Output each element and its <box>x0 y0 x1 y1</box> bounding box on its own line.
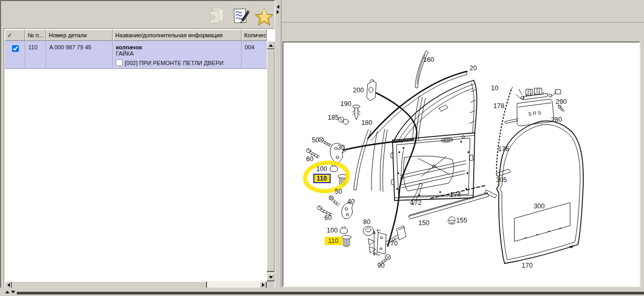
part-callout-178[interactable]: 178 <box>494 102 505 110</box>
favorites-button[interactable] <box>254 7 274 28</box>
part-callout-290[interactable]: 290 <box>556 98 567 105</box>
edit-notes-button[interactable] <box>232 7 250 27</box>
part-110-cap-lower <box>342 236 351 247</box>
splitter-collapse-left-icon[interactable] <box>277 5 279 9</box>
column-header-part-number[interactable]: Номер детали <box>46 29 113 41</box>
part-callout-155[interactable]: 155 <box>456 217 467 224</box>
part-callout-170[interactable]: 170 <box>522 262 533 269</box>
edit-notes-icon <box>232 7 250 25</box>
part-note: [002] ПРИ РЕМОНТЕ ПЕТЛИ ДВЕРИ <box>125 60 223 66</box>
panel-splitter[interactable] <box>275 0 281 288</box>
table-row[interactable]: 110 A 000 987 79 45 колпачок ГАЙКА [002]… <box>5 41 267 69</box>
vscroll-up-button[interactable] <box>267 41 275 49</box>
part-callout-110[interactable]: 110 <box>316 175 327 182</box>
srs-box-label: SRS <box>528 109 542 117</box>
part-callout-174[interactable]: 174 <box>450 191 461 198</box>
part-40-hinge <box>342 203 353 219</box>
part-callout-30[interactable]: 30 <box>337 144 345 151</box>
part-callout-200[interactable]: 200 <box>353 87 364 94</box>
bottom-splitter-groove <box>17 292 644 294</box>
epc-window: { "window": { "background": "#d4d0c8" },… <box>0 0 644 296</box>
row-quantity-cell: 004 <box>242 41 267 69</box>
part-70-door-check <box>368 226 406 255</box>
part-subtitle: ГАЙКА <box>116 50 241 57</box>
part-180-strip <box>354 129 387 192</box>
add-copy-document-button[interactable] <box>206 6 226 28</box>
bottom-splitter-down-icon[interactable] <box>11 291 15 293</box>
part-200-bracket <box>367 79 376 101</box>
vscroll-down-button[interactable] <box>267 273 275 281</box>
part-callout-160[interactable]: 160 <box>423 56 434 64</box>
add-copy-document-icon <box>206 6 226 26</box>
diagram-subheader-band <box>281 23 644 41</box>
splitter-collapse-right-icon[interactable] <box>277 10 279 14</box>
diagram-header-band <box>281 0 644 22</box>
part-callout-50[interactable]: 50 <box>312 136 319 144</box>
part-callout-100[interactable]: 100 <box>327 227 338 234</box>
vscroll-thumb[interactable] <box>267 49 275 272</box>
part-178-cable <box>497 87 512 173</box>
part-name: колпачок <box>116 44 241 50</box>
part-callout-172[interactable]: 172 <box>411 199 422 206</box>
part-155-grommet <box>447 217 456 224</box>
part-callout-176[interactable]: 176 <box>498 145 509 153</box>
part-callout-305[interactable]: 305 <box>496 176 507 184</box>
part-callout-110[interactable]: 110 <box>328 237 339 245</box>
part-callout-180[interactable]: 180 <box>362 119 373 126</box>
part-100-capnut-lower <box>340 226 347 234</box>
column-header-quantity[interactable]: Количес <box>242 29 267 41</box>
part-80-grommet <box>363 226 374 236</box>
parts-list-panel: ✓ № п... Номер детали Название/дополните… <box>1 1 275 288</box>
favorites-star-icon <box>254 7 274 26</box>
part-callout-280[interactable]: 280 <box>551 116 562 123</box>
part-callout-70[interactable]: 70 <box>390 240 398 247</box>
part-170-door-seal <box>497 121 583 263</box>
part-callout-80[interactable]: 80 <box>363 218 370 226</box>
part-50-screw-lower <box>329 196 340 206</box>
part-callout-20[interactable]: 20 <box>470 65 477 72</box>
part-callout-90[interactable]: 90 <box>377 262 385 269</box>
part-callout-300[interactable]: 300 <box>534 203 545 210</box>
column-header-name[interactable]: Название/дополнительная информация <box>113 29 242 41</box>
part-callout-60[interactable]: 60 <box>324 214 332 221</box>
note-page-icon[interactable] <box>116 59 123 66</box>
part-185-clips <box>339 117 348 124</box>
column-header-pos[interactable]: № п... <box>25 29 46 41</box>
row-name-cell: колпачок ГАЙКА [002] ПРИ РЕМОНТЕ ПЕТЛИ Д… <box>113 41 242 69</box>
diagram-canvas: SRS 160201020019018518017829028050306010… <box>282 41 640 287</box>
row-checkbox[interactable] <box>12 45 19 52</box>
part-190-pin <box>353 105 360 120</box>
part-callout-100[interactable]: 100 <box>316 165 328 173</box>
bottom-splitter-up-icon[interactable] <box>5 291 9 293</box>
leader-lines <box>343 93 417 246</box>
part-callout-60[interactable]: 60 <box>306 155 313 163</box>
column-header-check[interactable]: ✓ <box>5 29 25 41</box>
part-290-screw <box>558 105 565 112</box>
row-pos-cell: 110 <box>25 41 46 69</box>
parts-table: ✓ № п... Номер детали Название/дополните… <box>4 28 276 290</box>
part-callout-150[interactable]: 150 <box>419 219 430 227</box>
table-vscrollbar <box>267 41 275 281</box>
part-callout-185[interactable]: 185 <box>328 114 339 121</box>
part-callout-40[interactable]: 40 <box>347 198 355 205</box>
parts-diagram: SRS 160201020019018518017829028050306010… <box>283 43 639 286</box>
part-callout-10[interactable]: 10 <box>491 84 498 92</box>
part-50-screw-upper <box>319 138 332 147</box>
part-callout-190[interactable]: 190 <box>341 100 352 108</box>
row-check-cell <box>5 41 25 69</box>
part-callout-50[interactable]: 50 <box>335 188 342 195</box>
row-part-number-cell: A 000 987 79 45 <box>46 41 113 69</box>
